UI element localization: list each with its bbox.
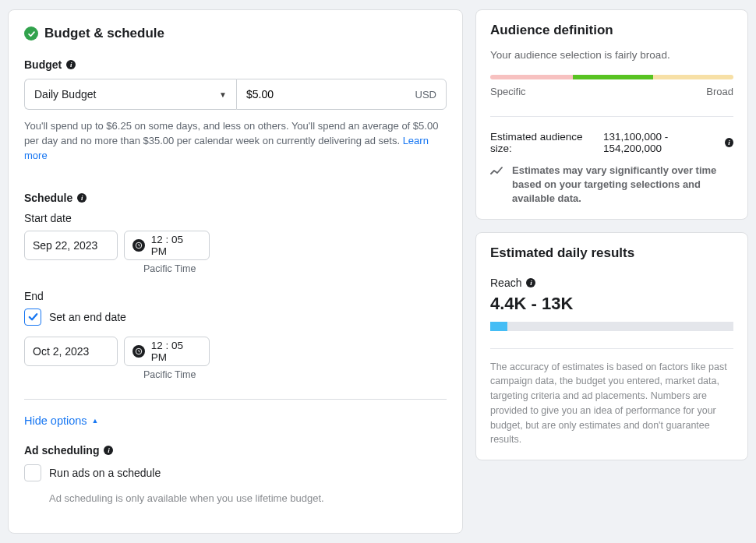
clock-icon	[132, 239, 145, 252]
divider	[24, 399, 447, 400]
end-date-input[interactable]: Oct 2, 2023	[24, 337, 118, 366]
run-schedule-helper: Ad scheduling is only available when you…	[49, 492, 447, 504]
trend-icon	[490, 165, 503, 206]
budget-label: Budget i	[24, 58, 447, 71]
panel-header: Budget & schedule	[24, 26, 447, 41]
set-end-date-label: Set an end date	[49, 311, 126, 323]
range-broad-segment	[653, 75, 733, 79]
hide-options-toggle[interactable]: Hide options ▲	[24, 414, 99, 427]
start-date-row: Sep 22, 2023 12 : 05 PM	[24, 231, 447, 260]
budget-row: Daily Budget ▼ USD	[24, 79, 447, 110]
end-timezone: Pacific Time	[143, 369, 447, 380]
right-panel: Audience definition Your audience select…	[475, 9, 748, 534]
caret-down-icon: ▼	[219, 90, 227, 99]
reach-label-row: Reach i	[490, 277, 733, 289]
info-icon[interactable]: i	[77, 193, 87, 203]
panel-title: Budget & schedule	[44, 26, 164, 41]
audience-definition-card: Audience definition Your audience select…	[475, 9, 748, 220]
audience-size-line: Estimated audience size: 131,100,000 - 1…	[490, 116, 733, 154]
start-date-input[interactable]: Sep 22, 2023	[24, 231, 118, 260]
budget-type-select[interactable]: Daily Budget ▼	[24, 79, 236, 110]
broad-label: Broad	[706, 86, 733, 97]
audience-status: Your audience selection is fairly broad.	[490, 49, 733, 61]
budget-schedule-panel: Budget & schedule Budget i Daily Budget …	[8, 9, 463, 534]
info-icon[interactable]: i	[104, 446, 113, 455]
set-end-date-row: Set an end date	[24, 309, 447, 326]
start-time-input[interactable]: 12 : 05 PM	[124, 231, 210, 260]
range-mid-segment	[573, 75, 653, 79]
end-date-row: Oct 2, 2023 12 : 05 PM	[24, 337, 447, 366]
start-timezone: Pacific Time	[143, 263, 447, 274]
audience-title: Audience definition	[490, 23, 733, 38]
end-time-input[interactable]: 12 : 05 PM	[124, 337, 210, 366]
info-icon[interactable]: i	[66, 60, 76, 69]
schedule-section: Schedule i Start date Sep 22, 2023 12 : …	[24, 192, 447, 380]
vary-note: Estimates may vary significantly over ti…	[490, 164, 733, 206]
run-schedule-checkbox	[24, 464, 41, 481]
clock-icon	[132, 345, 145, 358]
budget-helper-text: You'll spend up to $6.25 on some days, a…	[24, 119, 447, 164]
budget-section: Budget i Daily Budget ▼ USD You'll spend…	[24, 58, 447, 164]
schedule-label: Schedule i	[24, 192, 447, 204]
check-circle-icon	[24, 26, 38, 41]
reach-bar-fill	[490, 322, 507, 331]
end-label: End	[24, 290, 447, 302]
range-specific-segment	[490, 75, 573, 79]
set-end-date-checkbox[interactable]	[24, 309, 41, 326]
specific-label: Specific	[490, 86, 526, 97]
estimated-results-card: Estimated daily results Reach i 4.4K - 1…	[475, 232, 748, 461]
info-icon[interactable]: i	[526, 278, 535, 287]
run-schedule-label: Run ads on a schedule	[49, 467, 161, 479]
ad-scheduling-label: Ad scheduling i	[24, 444, 447, 457]
caret-up-icon: ▲	[92, 417, 99, 425]
currency-label: USD	[415, 89, 436, 100]
audience-range-bar	[490, 75, 733, 79]
budget-amount-field[interactable]	[246, 88, 415, 100]
info-icon[interactable]: i	[725, 138, 733, 147]
range-labels: Specific Broad	[490, 86, 733, 97]
reach-bar	[490, 322, 733, 331]
results-title: Estimated daily results	[490, 245, 733, 261]
run-schedule-row: Run ads on a schedule	[24, 464, 447, 481]
start-date-label: Start date	[24, 212, 447, 224]
reach-value: 4.4K - 13K	[490, 294, 733, 314]
accuracy-note: The accuracy of estimates is based on fa…	[490, 348, 733, 448]
budget-amount-input[interactable]: USD	[236, 79, 447, 110]
